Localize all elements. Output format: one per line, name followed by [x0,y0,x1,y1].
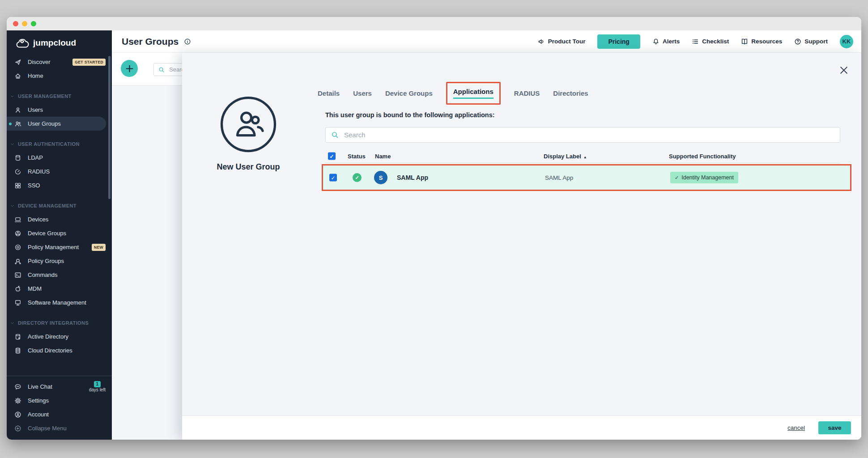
sidebar-item-active-directory[interactable]: Active Directory [7,330,112,344]
row-checkbox[interactable] [329,174,337,182]
close-panel-button[interactable] [839,65,849,75]
new-badge: NEW [92,244,106,251]
app-display-label: SAML App [545,174,573,181]
checkbox-checked-icon [329,174,337,182]
tab-details[interactable]: Details [318,89,340,97]
book-icon [741,38,748,45]
applications-search [325,127,840,143]
resources-label: Resources [751,38,782,45]
sidebar-item-label: Active Directory [28,333,68,340]
panel-footer: cancel save [182,416,861,440]
sidebar-section-device-management[interactable]: DEVICE MANAGEMENT [7,199,112,212]
sidebar-item-commands[interactable]: Commands [7,268,112,282]
sidebar-item-users[interactable]: Users [7,103,112,117]
alerts-button[interactable]: Alerts [652,38,680,45]
checkbox-checked-icon [328,153,336,160]
search-icon [331,131,339,139]
trial-days-badge: 1 days left [89,381,106,393]
sidebar-section-user-authentication[interactable]: USER AUTHENTICATION [7,137,112,151]
terminal-icon [14,271,21,279]
section-header-label: USER MANAGEMENT [18,93,72,99]
sidebar-item-device-groups[interactable]: Device Groups [7,226,112,240]
panel-tabs: Details Users Device Groups Applications… [318,80,588,106]
close-window-button[interactable] [13,21,18,26]
sidebar-footer: Live Chat 1 days left Settings Account C… [7,376,112,435]
software-icon [14,299,21,306]
plus-icon [125,64,134,73]
cloud-logo-icon [16,38,29,48]
table-row[interactable]: S SAML App SAML App ✓Identity Management [323,165,850,190]
main-area: User Groups Product Tour Pricing Alerts … [112,30,861,440]
megaphone-icon [538,38,545,45]
info-icon[interactable] [184,38,191,45]
sidebar-item-policy-groups[interactable]: Policy Groups [7,254,112,268]
column-header-status[interactable]: Status [348,153,366,160]
cancel-button[interactable]: cancel [785,424,808,432]
sidebar-item-user-groups[interactable]: User Groups [7,117,106,131]
tab-applications[interactable]: Applications [446,82,501,105]
saml-app-row-highlight: S SAML App SAML App ✓Identity Management [322,164,851,191]
sidebar-item-software-management[interactable]: Software Management [7,296,112,310]
pricing-button[interactable]: Pricing [597,34,640,49]
sidebar-item-mdm[interactable]: MDM [7,282,112,296]
tab-device-groups[interactable]: Device Groups [385,89,433,97]
window-titlebar [7,17,861,30]
sidebar-item-account[interactable]: Account [7,407,112,421]
checklist-button[interactable]: Checklist [692,38,729,45]
product-tour-button[interactable]: Product Tour [538,38,586,45]
chevron-down-icon [10,94,15,99]
sidebar-item-label: Policy Groups [28,258,64,264]
sidebar-item-discover[interactable]: Discover GET STARTED [7,55,112,69]
column-header-display-label[interactable]: Display Label [544,153,587,160]
sidebar-item-cloud-directories[interactable]: Cloud Directories [7,344,112,357]
sidebar-item-label: Settings [28,397,49,404]
sidebar-item-label: Policy Management [28,244,79,250]
sidebar-item-live-chat[interactable]: Live Chat 1 days left [7,380,112,394]
cloud-directory-icon [14,347,21,354]
sidebar-item-label: Commands [28,271,57,278]
sidebar-item-sso[interactable]: SSO [7,178,112,192]
tab-users[interactable]: Users [353,89,372,97]
applications-search-input[interactable] [343,131,792,139]
zoom-window-button[interactable] [31,21,36,26]
sidebar-item-policy-management[interactable]: Policy Management NEW [7,240,112,254]
select-all-checkbox[interactable] [328,153,336,160]
support-button[interactable]: Support [794,38,828,45]
chevron-down-icon [10,204,15,208]
chevron-down-icon [10,321,15,326]
resources-button[interactable]: Resources [741,38,782,45]
user-avatar[interactable]: KK [840,35,853,48]
tab-directories[interactable]: Directories [553,89,588,97]
save-button[interactable]: save [818,421,851,434]
logo-text: jumpcloud [33,38,76,48]
minimize-window-button[interactable] [22,21,27,26]
sidebar-section-user-management[interactable]: USER MANAGEMENT [7,89,112,103]
sidebar-item-ldap[interactable]: LDAP [7,151,112,165]
app-avatar: S [374,171,387,184]
sidebar-item-devices[interactable]: Devices [7,212,112,226]
sidebar-section-directory-integrations[interactable]: DIRECTORY INTEGRATIONS [7,316,112,330]
gear-icon [14,397,21,404]
add-user-group-button[interactable] [121,60,138,77]
tab-radius[interactable]: RADIUS [514,89,540,97]
trial-days-count: 1 [94,381,101,387]
group-name: New User Group [197,162,300,172]
sidebar-item-radius[interactable]: RADIUS [7,165,112,178]
sidebar-item-label: Cloud Directories [28,347,72,354]
section-header-label: DEVICE MANAGEMENT [18,203,77,208]
sidebar-item-home[interactable]: Home [7,69,112,83]
column-header-functionality[interactable]: Supported Functionality [669,153,736,160]
collapse-arrow-icon [14,425,21,432]
sidebar-scrollbar-thumb[interactable] [108,56,111,199]
checklist-icon [692,38,699,45]
section-header-label: USER AUTHENTICATION [18,141,80,147]
column-header-name[interactable]: Name [375,153,391,160]
jumpcloud-logo[interactable]: jumpcloud [7,30,112,48]
sidebar-item-settings[interactable]: Settings [7,394,112,407]
get-started-badge: GET STARTED [72,59,106,66]
server-icon [14,333,21,340]
sidebar-item-collapse-menu[interactable]: Collapse Menu [7,421,112,435]
sidebar-nav: Discover GET STARTED Home USER MANAGEMEN… [7,55,112,357]
sidebar: jumpcloud Discover GET STARTED Home USER… [7,30,112,440]
product-tour-label: Product Tour [548,38,586,45]
